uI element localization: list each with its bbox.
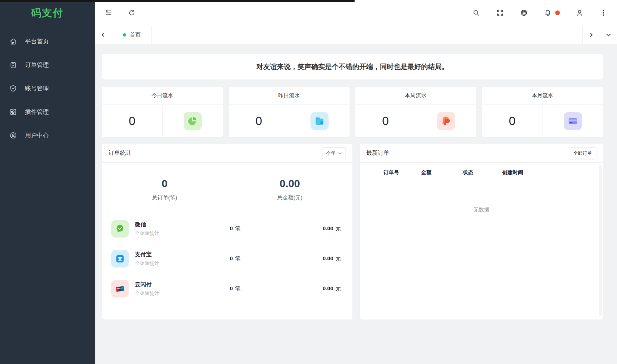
home-icon xyxy=(9,38,17,46)
stat-card-title: 本周流水 xyxy=(355,87,476,105)
sidebar-item-label: 平台首页 xyxy=(25,38,49,46)
user-icon[interactable] xyxy=(575,9,584,17)
sidebar-item-label: 订单管理 xyxy=(25,61,49,69)
sidebar-item-accounts[interactable]: 账号管理 xyxy=(0,77,95,100)
channel-row-alipay: 支 支付宝 全渠道统计 0笔 0.00元 xyxy=(102,244,352,274)
channel-count: 0笔 xyxy=(230,255,274,262)
date-range-value: 今年 xyxy=(326,150,335,157)
channel-name: 微信 xyxy=(135,221,230,228)
notifications-button[interactable] xyxy=(543,9,560,17)
active-tab-dot xyxy=(123,33,126,37)
refresh-icon[interactable] xyxy=(127,9,136,17)
wallet-icon xyxy=(310,112,329,130)
total-amount-value: 0.00 xyxy=(227,178,353,190)
stat-card-this-week: 本周流水 0 xyxy=(355,87,476,137)
channel-subtitle: 全渠道统计 xyxy=(135,260,230,267)
search-icon[interactable] xyxy=(472,9,480,17)
all-orders-button[interactable]: 全部订单 xyxy=(569,147,596,159)
latest-orders-panel: 最新订单 全部订单 订单号 金额 状态 创建时间 无数据 xyxy=(360,144,603,320)
quote-text: 对友谊来说，笑声确实是个不错的开端，同时也是最好的结局。 xyxy=(256,62,449,72)
tabs-dropdown-button[interactable] xyxy=(600,26,617,44)
quote-banner: 对友谊来说，笑声确实是个不错的开端，同时也是最好的结局。 xyxy=(102,54,603,80)
grid-icon xyxy=(9,108,17,116)
globe-icon[interactable] xyxy=(519,9,528,17)
collapse-sidebar-icon[interactable] xyxy=(104,9,113,17)
total-amount-label: 总金额(元) xyxy=(227,194,353,201)
main-area: 首页 对友谊来说，笑声确实是个不错的开端，同时也是最好的结局。 今日流水 0 xyxy=(95,0,617,364)
fullscreen-icon[interactable] xyxy=(496,9,504,17)
clipboard-icon xyxy=(9,61,17,69)
channel-name: 云闪付 xyxy=(135,281,230,288)
channel-subtitle: 全渠道统计 xyxy=(135,230,230,237)
total-orders-value: 0 xyxy=(102,178,227,190)
channel-subtitle: 全渠道统计 xyxy=(135,290,230,297)
order-stats-panel: 订单统计 今年 0 总订单(笔) 0.00 总金额(元) xyxy=(102,144,352,320)
sidebar-item-label: 账号管理 xyxy=(25,85,49,93)
sidebar-item-label: 插件管理 xyxy=(25,108,49,116)
latest-orders-title: 最新订单 xyxy=(366,149,389,157)
wechat-pay-icon xyxy=(111,220,129,237)
orders-table: 订单号 金额 状态 创建时间 无数据 xyxy=(360,163,603,213)
stat-card-value: 0 xyxy=(482,105,543,137)
more-menu-icon[interactable] xyxy=(599,9,608,17)
sidebar: 码支付 平台首页 订单管理 账号管理 xyxy=(0,0,95,364)
sidebar-menu: 平台首页 订单管理 账号管理 插件管理 xyxy=(0,26,95,147)
orders-table-header: 订单号 金额 状态 创建时间 xyxy=(365,169,597,181)
stat-card-this-month: 本月流水 0 xyxy=(482,87,603,137)
sidebar-item-user-center[interactable]: 用户中心 xyxy=(0,124,95,147)
order-totals: 0 总订单(笔) 0.00 总金额(元) xyxy=(102,163,352,214)
column-header-status: 状态 xyxy=(463,169,502,176)
chevron-down-icon xyxy=(338,151,342,155)
sidebar-item-plugins[interactable]: 插件管理 xyxy=(0,100,95,124)
tabs-scroll-right-button[interactable] xyxy=(582,26,600,44)
page-content: 对友谊来说，笑声确实是个不错的开端，同时也是最好的结局。 今日流水 0 xyxy=(95,44,617,364)
top-header xyxy=(95,0,617,26)
alipay-icon: 支 xyxy=(111,250,129,267)
column-header-order-no: 订单号 xyxy=(365,169,421,176)
header-actions xyxy=(472,9,608,17)
tabs-scroll-left-button[interactable] xyxy=(95,26,112,44)
credit-card-icon xyxy=(564,112,582,130)
svg-text:支: 支 xyxy=(117,256,123,261)
user-circle-icon xyxy=(9,132,17,140)
stat-card-today: 今日流水 0 xyxy=(102,87,223,137)
shield-check-icon xyxy=(9,85,17,93)
tab-bar: 首页 xyxy=(95,26,617,44)
app-logo: 码支付 xyxy=(0,0,95,26)
tab-label: 首页 xyxy=(130,31,141,38)
tab-home[interactable]: 首页 xyxy=(112,26,152,44)
empty-state-text: 无数据 xyxy=(365,206,597,213)
channel-stats-list: 微信 全渠道统计 0笔 0.00元 xyxy=(102,214,352,304)
page-loading-bar xyxy=(0,0,355,2)
stat-card-value: 0 xyxy=(229,105,289,137)
stat-card-value: 0 xyxy=(102,105,162,137)
stat-cards-row: 今日流水 0 昨日流水 0 xyxy=(102,87,603,137)
bottom-panels-row: 订单统计 今年 0 总订单(笔) 0.00 总金额(元) xyxy=(102,144,603,320)
table-scrollbar[interactable] xyxy=(599,165,602,316)
stat-card-title: 今日流水 xyxy=(102,87,223,105)
channel-name: 支付宝 xyxy=(135,251,230,258)
column-header-created-at: 创建时间 xyxy=(502,169,597,176)
channel-amount: 0.00元 xyxy=(274,285,343,292)
total-orders-label: 总订单(笔) xyxy=(102,194,227,201)
stat-card-title: 本月流水 xyxy=(482,87,603,105)
paypal-icon xyxy=(437,112,455,130)
bell-icon xyxy=(543,9,552,17)
pie-chart-icon xyxy=(184,112,202,130)
column-header-amount: 金额 xyxy=(421,169,463,176)
notification-badge-dot xyxy=(555,10,560,15)
unionpay-icon xyxy=(111,280,129,297)
date-range-select[interactable]: 今年 xyxy=(322,147,346,159)
channel-amount: 0.00元 xyxy=(274,225,343,232)
tabbar-spacer xyxy=(152,26,582,44)
sidebar-item-orders[interactable]: 订单管理 xyxy=(0,53,95,77)
channel-count: 0笔 xyxy=(230,285,274,292)
channel-row-unionpay: 云闪付 全渠道统计 0笔 0.00元 xyxy=(102,274,352,304)
stat-card-yesterday: 昨日流水 0 xyxy=(229,87,350,137)
sidebar-item-home[interactable]: 平台首页 xyxy=(0,30,95,53)
channel-row-wechat: 微信 全渠道统计 0笔 0.00元 xyxy=(102,214,352,244)
channel-amount: 0.00元 xyxy=(274,255,343,262)
sidebar-item-label: 用户中心 xyxy=(25,132,49,140)
channel-count: 0笔 xyxy=(230,225,274,232)
stat-card-value: 0 xyxy=(355,105,416,137)
